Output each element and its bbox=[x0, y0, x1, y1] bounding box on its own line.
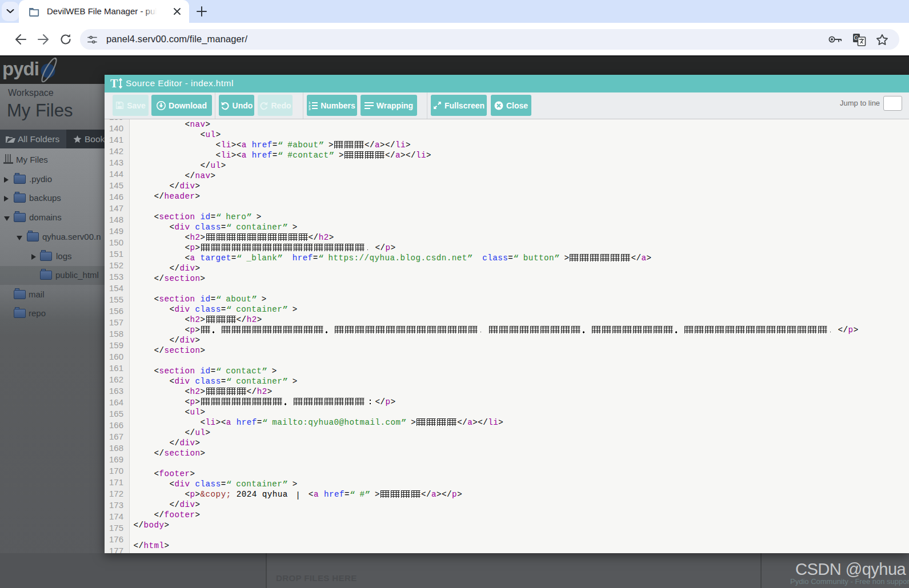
svg-text:T: T bbox=[110, 77, 118, 90]
svg-text:3: 3 bbox=[309, 107, 311, 110]
